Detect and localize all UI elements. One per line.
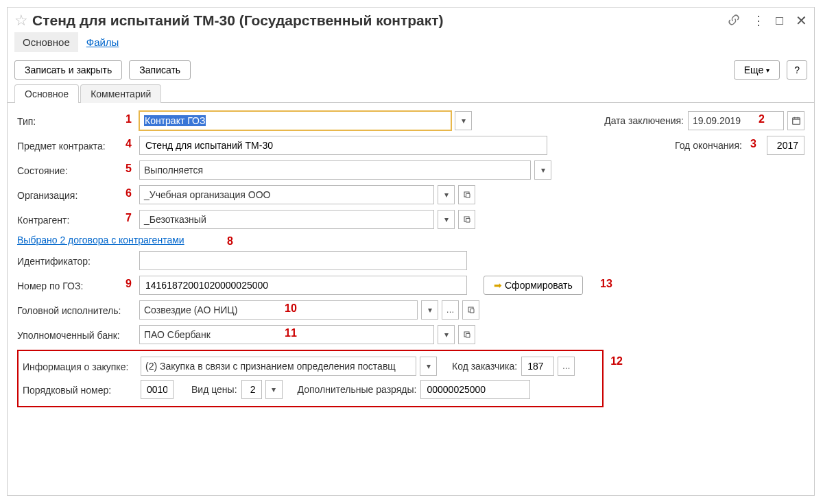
price-kind-field[interactable]: [241, 380, 262, 399]
subject-label: Предмет контракта:: [17, 139, 135, 152]
extra-digits-label: Дополнительные разряды:: [298, 384, 417, 395]
close-icon[interactable]: ✕: [796, 14, 807, 27]
identifier-label: Идентификатор:: [17, 254, 135, 267]
year-end-input[interactable]: [772, 136, 800, 154]
tabstrip: Основное Комментарий: [8, 84, 814, 103]
head-exec-open-icon[interactable]: [462, 300, 479, 320]
window-controls: ⋮ ✕: [728, 14, 807, 28]
org-value: _Учебная организация ООО: [144, 189, 271, 200]
state-field[interactable]: Выполняется: [139, 160, 531, 180]
bank-field[interactable]: ПАО Сбербанк: [139, 325, 434, 344]
badge-8: 8: [227, 235, 233, 248]
purchase-info-dropdown-icon[interactable]: ▾: [420, 357, 437, 376]
head-exec-label: Головной исполнитель:: [17, 304, 135, 316]
org-dropdown-icon[interactable]: ▾: [438, 185, 455, 204]
org-label: Организация:: [17, 189, 135, 201]
subject-field[interactable]: [139, 136, 547, 155]
org-open-icon[interactable]: [458, 185, 475, 204]
extra-digits-input[interactable]: [425, 381, 525, 398]
seq-number-field[interactable]: [141, 380, 174, 399]
extra-digits-field[interactable]: [420, 380, 530, 399]
counterparty-value: _Безотказный: [144, 214, 206, 225]
purchase-info-field[interactable]: (2) Закупка в связи с признанием определ…: [141, 357, 416, 376]
subject-input[interactable]: [144, 136, 542, 154]
seq-number-input[interactable]: [145, 381, 169, 398]
generate-label: Сформировать: [505, 280, 573, 291]
price-kind-input[interactable]: [246, 381, 257, 398]
year-end-field[interactable]: [767, 136, 804, 155]
price-kind-label: Вид цены:: [191, 384, 237, 395]
arrow-right-icon: ➡: [494, 280, 502, 291]
org-field[interactable]: _Учебная организация ООО: [139, 185, 434, 204]
maximize-icon[interactable]: [776, 17, 783, 25]
head-exec-dropdown-icon[interactable]: ▾: [421, 300, 438, 320]
more-button[interactable]: Еще ▾: [734, 60, 780, 80]
head-exec-ellipsis-icon[interactable]: …: [442, 300, 459, 320]
seq-number-label: Порядковый номер:: [23, 383, 136, 396]
tab-main[interactable]: Основное: [14, 84, 79, 103]
subtab-main[interactable]: Основное: [14, 32, 78, 52]
goz-number-label: Номер по ГОЗ:: [17, 279, 135, 291]
date-label: Дата заключения:: [604, 115, 684, 126]
state-dropdown-icon[interactable]: ▾: [534, 160, 551, 180]
head-exec-value: Созвездие (АО НИЦ): [144, 304, 237, 315]
type-value: Контракт ГОЗ: [144, 115, 206, 126]
chevron-down-icon: ▾: [766, 67, 770, 74]
head-exec-field[interactable]: Созвездие (АО НИЦ): [139, 300, 418, 320]
customer-code-ellipsis-icon[interactable]: …: [558, 357, 575, 376]
help-button[interactable]: ?: [787, 60, 807, 80]
year-end-label: Год окончания:: [675, 140, 763, 151]
identifier-input[interactable]: [144, 252, 462, 269]
badge-12: 12: [610, 355, 623, 368]
purchase-info-value: (2) Закупка в связи с признанием определ…: [145, 361, 396, 372]
identifier-field[interactable]: [139, 251, 467, 270]
form-area: Тип: 1 Контракт ГОЗ ▾ Дата заключения: 1…: [8, 103, 814, 416]
bank-dropdown-icon[interactable]: ▾: [438, 325, 455, 344]
customer-code-label: Код заказчика:: [452, 361, 517, 372]
save-close-button[interactable]: Записать и закрыть: [14, 60, 122, 80]
purchase-info-label: Информация о закупке:: [23, 360, 136, 372]
goz-number-input[interactable]: [144, 276, 462, 294]
bank-value: ПАО Сбербанк: [144, 329, 211, 340]
page-title: Стенд для испытаний ТМ-30 (Государственн…: [32, 12, 728, 29]
titlebar: ☆ Стенд для испытаний ТМ-30 (Государстве…: [8, 8, 814, 32]
customer-code-input[interactable]: [526, 357, 549, 375]
purchase-block: 12 Информация о закупке: (2) Закупка в с…: [17, 350, 604, 407]
state-label: Состояние:: [17, 164, 135, 176]
subtab-files[interactable]: Файлы: [78, 32, 128, 52]
type-field[interactable]: Контракт ГОЗ: [139, 111, 451, 130]
badge-13: 13: [600, 278, 612, 290]
counterparty-field[interactable]: _Безотказный: [139, 210, 434, 229]
svg-rect-0: [792, 118, 800, 124]
favorite-star-icon[interactable]: ☆: [14, 12, 28, 29]
counterparty-dropdown-icon[interactable]: ▾: [438, 210, 455, 229]
price-kind-dropdown-icon[interactable]: ▾: [265, 380, 283, 399]
window: ☆ Стенд для испытаний ТМ-30 (Государстве…: [7, 7, 815, 496]
toolbar: Записать и закрыть Записать Еще ▾ ?: [8, 56, 814, 84]
kebab-menu-icon[interactable]: ⋮: [752, 14, 763, 27]
link-icon[interactable]: [728, 14, 740, 28]
contracts-link[interactable]: Выбрано 2 договора с контрагентами: [17, 235, 184, 245]
type-dropdown-icon[interactable]: ▾: [455, 111, 472, 130]
save-button[interactable]: Записать: [129, 60, 191, 80]
type-label: Тип:: [17, 115, 135, 127]
generate-button[interactable]: ➡ Сформировать: [484, 276, 583, 295]
counterparty-label: Контрагент:: [17, 213, 135, 226]
bank-label: Уполномоченный банк:: [17, 328, 135, 341]
date-value: 19.09.2019: [693, 115, 741, 126]
tab-comment[interactable]: Комментарий: [80, 84, 161, 103]
state-value: Выполняется: [144, 165, 203, 176]
goz-number-field[interactable]: [139, 276, 467, 295]
counterparty-open-icon[interactable]: [458, 210, 475, 229]
date-field[interactable]: 19.09.2019 2: [688, 111, 784, 130]
subtabs: Основное Файлы: [8, 32, 814, 56]
bank-open-icon[interactable]: [458, 325, 475, 344]
customer-code-field[interactable]: [521, 357, 554, 376]
calendar-icon[interactable]: [787, 111, 804, 130]
badge-2: 2: [759, 113, 765, 125]
more-label: Еще: [744, 64, 764, 75]
